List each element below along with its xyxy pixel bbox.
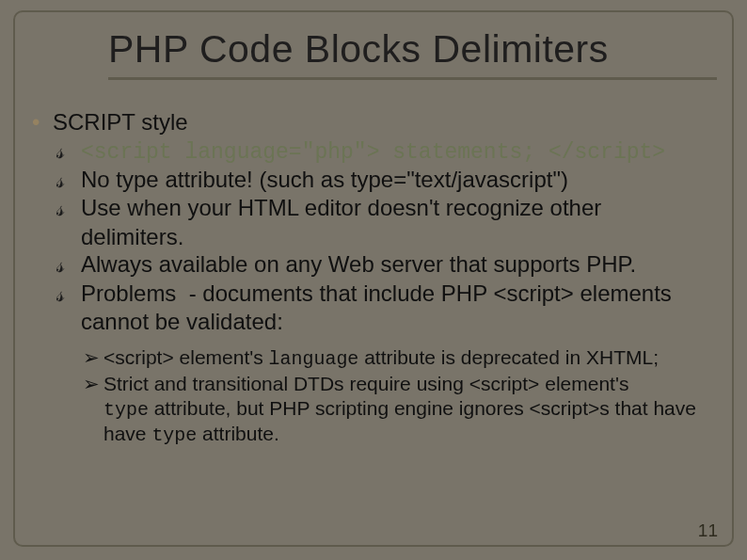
arrow-icon bbox=[83, 372, 103, 396]
text-always: Always available on any Web server that … bbox=[81, 251, 636, 277]
code-close: </script> bbox=[548, 140, 665, 165]
sub2-a: Strict and transitional DTDs require usi… bbox=[103, 373, 628, 394]
bullet-level1: • SCRIPT style bbox=[32, 108, 724, 136]
sub-bullet-2: Strict and transitional DTDs require usi… bbox=[83, 372, 724, 449]
sub2-end: attribute. bbox=[197, 423, 279, 444]
sub1-mono: language bbox=[269, 348, 359, 370]
code-open: <script language="php"> bbox=[81, 140, 379, 165]
bullet-icon: • bbox=[32, 108, 53, 136]
sub1-pre: <script> element's bbox=[103, 346, 269, 368]
text-problems-line2: cannot be validated: bbox=[81, 308, 724, 336]
script-bullet-icon: 𝓈 bbox=[56, 280, 81, 309]
arrow-icon bbox=[83, 345, 103, 370]
bullet-no-type: 𝓈No type attribute! (such as type="text/… bbox=[56, 166, 724, 195]
bullet-level2-group: 𝓈<script language="php"> statements; </s… bbox=[56, 136, 724, 336]
script-bullet-icon: 𝓈 bbox=[56, 195, 81, 223]
sub2-tail-pre: have bbox=[103, 423, 151, 444]
bullet-use-when: 𝓈Use when your HTML editor doesn't recog… bbox=[56, 194, 724, 250]
page-number: 11 bbox=[698, 520, 718, 541]
text-use-when-line1: Use when your HTML editor doesn't recogn… bbox=[81, 195, 601, 220]
sub-bullet-1: <script> element's language attribute is… bbox=[83, 345, 724, 372]
text-no-type: No type attribute! (such as type="text/j… bbox=[81, 167, 568, 192]
text-use-when-line2: delimiters. bbox=[81, 223, 724, 251]
sub2-mid: attribute, but PHP scripting engine igno… bbox=[149, 397, 696, 419]
bullet-problems: 𝓈Problems - documents that include PHP <… bbox=[56, 280, 724, 336]
slide-title: PHP Code Blocks Delimiters bbox=[108, 27, 717, 72]
sub2-mono2: type bbox=[151, 424, 197, 446]
bullet-code-line: 𝓈<script language="php"> statements; </s… bbox=[56, 136, 724, 166]
title-area: PHP Code Blocks Delimiters bbox=[108, 27, 717, 80]
script-bullet-icon: 𝓈 bbox=[56, 251, 81, 280]
sub2-mono1: type bbox=[103, 399, 149, 421]
title-underline bbox=[108, 77, 717, 80]
bullet-always: 𝓈Always available on any Web server that… bbox=[56, 250, 724, 280]
code-stmt: statements; bbox=[379, 140, 548, 165]
script-bullet-icon: 𝓈 bbox=[56, 167, 81, 195]
bullet-l1-text: SCRIPT style bbox=[53, 108, 188, 136]
text-problems-line1: Problems - documents that include PHP <s… bbox=[81, 280, 672, 306]
script-bullet-icon: 𝓈 bbox=[56, 137, 81, 166]
content-area: • SCRIPT style 𝓈<script language="php"> … bbox=[32, 108, 724, 448]
bullet-level3-group: <script> element's language attribute is… bbox=[83, 345, 724, 448]
sub1-post: attribute is deprecated in XHTML; bbox=[358, 346, 659, 368]
